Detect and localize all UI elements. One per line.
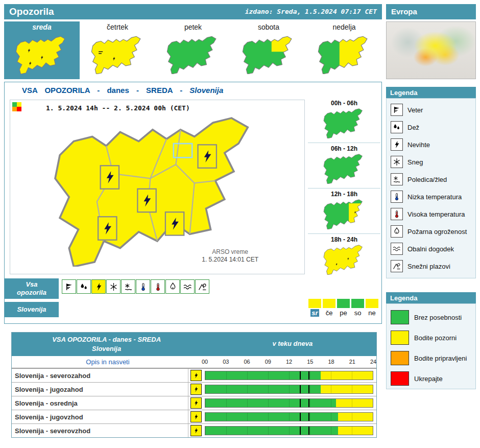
- avalanche-icon[interactable]: [195, 279, 209, 294]
- day-color-square[interactable]: [337, 299, 350, 308]
- day-label[interactable]: so: [353, 309, 363, 317]
- legend-item-label: Sneg: [407, 158, 423, 166]
- table-row: Slovenija - osrednja: [12, 396, 376, 410]
- coastal-event-icon[interactable]: [180, 279, 195, 294]
- time-marker: [308, 399, 309, 407]
- legend-item-label: Nevihte: [407, 141, 430, 149]
- storm-icon: [190, 397, 202, 409]
- legend-item: Sneg: [387, 153, 475, 171]
- tab-petek[interactable]: petek: [155, 21, 231, 79]
- day-label[interactable]: če: [325, 309, 334, 317]
- warning-timeline-bar: [205, 412, 373, 421]
- slovenia-mini-map: [317, 199, 372, 229]
- wind-icon[interactable]: [62, 279, 76, 294]
- warning-level-mini-legend: [12, 102, 21, 111]
- day-pe[interactable]: pe: [337, 299, 350, 317]
- time-marker: [308, 427, 309, 435]
- legend-item-label: Snežni plazovi: [407, 263, 450, 270]
- time-tick: 15: [307, 359, 313, 365]
- warnings-page: Opozorila izdano: Sreda, 1.5.2024 07:17 …: [0, 0, 480, 448]
- region-link[interactable]: Slovenija - jugozahod: [12, 383, 188, 396]
- bar-green-segment: [205, 385, 321, 393]
- rain-icon[interactable]: [77, 279, 91, 294]
- time-map-label: 06h - 12h: [308, 144, 380, 153]
- day-ne[interactable]: ne: [366, 299, 378, 317]
- warning-map[interactable]: 1. 5.2024 14h -- 2. 5.2024 00h (CET): [10, 100, 305, 274]
- low-temperature-icon[interactable]: [136, 279, 150, 294]
- legend-item: Obalni dogodek: [387, 240, 475, 257]
- warning-type-strip: [62, 279, 209, 294]
- time-map-label: 12h - 18h: [308, 190, 380, 199]
- legend-item-label: Dež: [407, 124, 419, 131]
- region-link[interactable]: Slovenija - osrednja: [12, 396, 188, 410]
- legend-icons-title: Legenda: [386, 87, 476, 98]
- region-link[interactable]: Slovenija - severovzhod: [12, 424, 188, 437]
- all-warnings-label-line1: Vsa: [5, 280, 59, 289]
- day-label[interactable]: pe: [339, 309, 348, 317]
- level-yellow-swatch: [391, 331, 409, 345]
- bar-green-segment: [205, 413, 338, 421]
- warnings-table-header: VSA OPOZORILA - danes - SREDA Slovenija …: [12, 333, 376, 356]
- time-marker: [308, 371, 309, 380]
- slovenia-mini-map: [317, 244, 372, 275]
- bar-green-segment: [205, 427, 338, 435]
- storm-icon: [190, 411, 202, 422]
- tab-nedelja[interactable]: nedelja: [306, 21, 382, 79]
- legend-item: Požarna ogroženost: [387, 223, 475, 240]
- legend-item-label: Poledica/žled: [407, 176, 447, 183]
- high-temperature-icon[interactable]: [151, 279, 165, 294]
- day-so[interactable]: so: [351, 299, 364, 317]
- day-color-square[interactable]: [308, 299, 321, 308]
- main-title-region: Slovenija: [189, 86, 223, 95]
- time-marker: [300, 371, 301, 380]
- slovenia-mini-map: [88, 35, 147, 74]
- time-map-label: 18h - 24h: [308, 235, 380, 244]
- time-marker: [300, 385, 301, 393]
- fire-risk-icon[interactable]: [165, 279, 180, 294]
- snow-icon: [391, 156, 403, 168]
- ice-icon[interactable]: [121, 279, 135, 294]
- day-ce[interactable]: če: [323, 299, 335, 317]
- time-map-18-24[interactable]: 18h - 24h: [308, 233, 380, 279]
- warning-timeline-bar: [205, 385, 373, 394]
- time-tick: 00: [202, 359, 208, 365]
- storm-marker: [198, 145, 217, 168]
- time-map-12-18[interactable]: 12h - 18h: [308, 188, 380, 233]
- time-tick: 18: [328, 359, 334, 365]
- legend-icons: Veter Dež Nevihte Sneg Poledica/žled Niz…: [386, 98, 476, 278]
- warnings-table-title-line1: VSA OPOZORILA - danes - SREDA: [12, 335, 201, 344]
- region-link[interactable]: Slovenija - jugovzhod: [12, 410, 188, 423]
- storm-icon: [190, 425, 202, 436]
- tab-label: nedelja: [306, 23, 382, 31]
- day-color-square[interactable]: [323, 299, 335, 308]
- rain-icon: [391, 121, 403, 133]
- legend-item: Veter: [387, 101, 475, 119]
- day-color-square[interactable]: [351, 299, 364, 308]
- warning-timeline-bar: [205, 371, 373, 380]
- legend-item: Nizka temperatura: [387, 188, 475, 205]
- tab-sobota[interactable]: sobota: [231, 21, 306, 79]
- snow-icon[interactable]: [106, 279, 121, 294]
- tab-sreda[interactable]: sreda: [4, 21, 80, 79]
- time-axis: 00 03 06 09 12 15 18 21 24: [205, 356, 373, 368]
- warning-timeline-bar: [205, 398, 373, 408]
- day-color-square[interactable]: [366, 299, 378, 308]
- time-marker: [300, 399, 301, 407]
- table-row: Slovenija - severovzhod: [12, 423, 376, 437]
- time-marker: [308, 413, 309, 421]
- storm-icon[interactable]: [91, 279, 106, 294]
- legend-item: Poledica/žled: [387, 171, 475, 188]
- tab-label: sreda: [4, 23, 80, 31]
- europe-header[interactable]: Evropa: [386, 4, 476, 19]
- main-title-text: VSA OPOZORILA - danes - SREDA -: [22, 86, 182, 95]
- region-link[interactable]: Slovenija - severozahod: [12, 369, 188, 382]
- day-label[interactable]: ne: [367, 309, 376, 317]
- day-sr[interactable]: sr: [308, 299, 321, 317]
- europe-map[interactable]: [386, 21, 476, 79]
- tab-cetrtek[interactable]: četrtek: [80, 21, 155, 79]
- day-label[interactable]: sr: [310, 309, 319, 317]
- legend-item: Nevihte: [387, 136, 475, 153]
- time-map-06-12[interactable]: 06h - 12h: [308, 143, 380, 188]
- time-map-00-06[interactable]: 00h - 06h: [308, 98, 380, 143]
- legend-levels-title: Legenda: [386, 292, 476, 303]
